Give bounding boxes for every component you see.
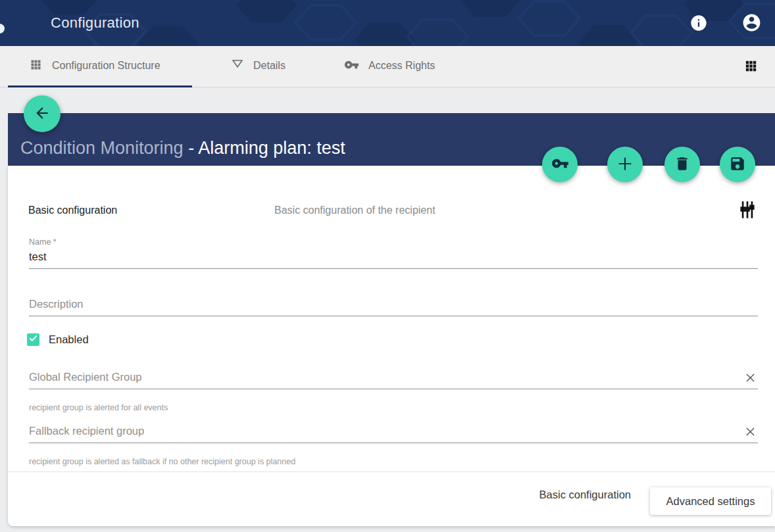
app-bar: Configuration [0, 0, 775, 46]
section-title: Basic configuration [28, 205, 117, 216]
account-icon [741, 25, 762, 35]
info-icon [689, 24, 708, 34]
tab-access-rights[interactable]: Access Rights [344, 46, 435, 85]
check-icon [28, 333, 38, 346]
tab-overflow-button[interactable] [743, 59, 759, 74]
info-button[interactable] [689, 14, 708, 32]
enabled-checkbox[interactable] [27, 333, 39, 346]
filter-icon [231, 58, 244, 74]
active-tab-underline [8, 85, 192, 87]
arrow-left-icon [34, 105, 51, 124]
grid-icon [743, 66, 759, 76]
page-title: Condition Monitoring - Alarming plan: te… [20, 138, 345, 158]
tab-bar: Configuration Structure Details Access R… [0, 46, 775, 87]
name-field-label: Name * [29, 237, 57, 247]
tab-label: Access Rights [368, 60, 435, 72]
basic-configuration-button[interactable]: Basic configuration [539, 489, 631, 501]
fallback-recipient-group-input[interactable] [29, 425, 758, 443]
enabled-label: Enabled [49, 333, 89, 346]
advanced-settings-button[interactable]: Advanced settings [650, 487, 771, 515]
advanced-settings-toggle-button[interactable] [738, 200, 757, 220]
account-button[interactable] [741, 12, 762, 33]
section-subtitle: Basic configuration of the recipient [274, 205, 436, 216]
key-icon [344, 57, 359, 75]
tune-icon [738, 212, 757, 222]
access-rights-fab[interactable] [542, 147, 578, 182]
tab-label: Configuration Structure [52, 60, 161, 72]
trash-icon [674, 155, 691, 174]
save-fab[interactable] [720, 147, 755, 182]
global-recipient-group-input[interactable] [29, 371, 758, 389]
enabled-checkbox-row: Enabled [27, 333, 89, 346]
name-input[interactable] [29, 251, 758, 269]
page-header-band: Condition Monitoring - Alarming plan: te… [8, 113, 775, 166]
plus-icon [615, 154, 635, 176]
tab-details[interactable]: Details [231, 46, 286, 85]
page-title-prefix: Condition Monitoring [20, 138, 188, 158]
close-icon [744, 430, 757, 440]
tab-label: Details [253, 60, 286, 72]
back-button[interactable] [24, 95, 61, 132]
fallback-recipient-group-hint: recipient group is alerted as fallback i… [29, 457, 295, 466]
save-icon [729, 155, 746, 174]
grid-icon [29, 58, 43, 74]
configuration-card: Basic configuration Basic configuration … [8, 166, 775, 526]
tab-configuration-structure[interactable]: Configuration Structure [29, 46, 161, 85]
delete-fab[interactable] [664, 147, 700, 182]
page-title-suffix: - Alarming plan: test [188, 138, 345, 158]
global-recipient-group-clear-button[interactable] [743, 371, 757, 384]
card-footer: Basic configuration Advanced settings [8, 472, 775, 526]
key-icon [551, 155, 569, 174]
global-recipient-group-hint: recipient group is alerted for all event… [29, 403, 168, 412]
fallback-recipient-group-clear-button[interactable] [743, 425, 757, 438]
add-fab[interactable] [607, 147, 643, 182]
close-icon [744, 376, 757, 386]
app-title: Configuration [51, 14, 139, 32]
description-input[interactable] [29, 298, 758, 316]
